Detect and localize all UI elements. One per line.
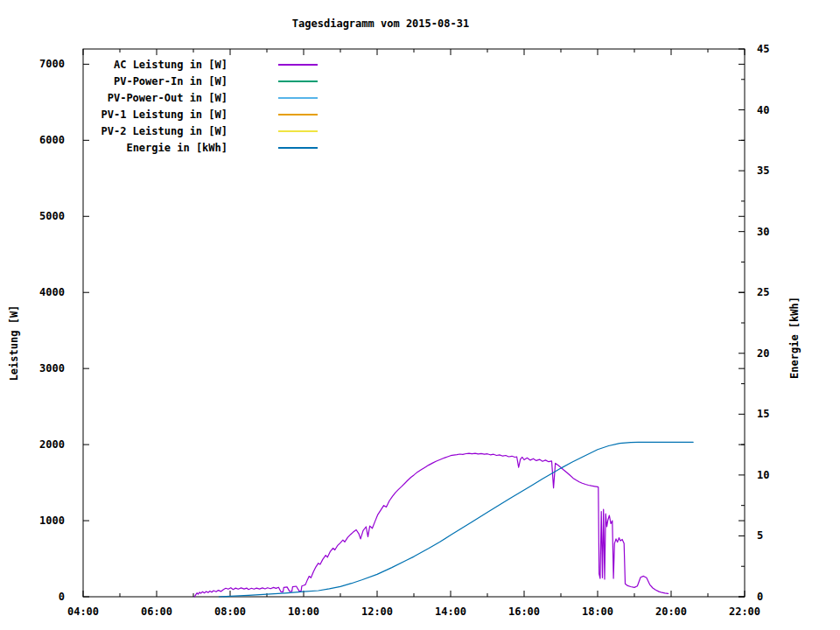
legend-label: AC Leistung in [W] xyxy=(114,59,228,71)
x-tick-label: 18:00 xyxy=(582,606,613,618)
plot-canvas: 04:0006:0008:0010:0012:0014:0016:0018:00… xyxy=(0,0,840,630)
y-tick-label: 3000 xyxy=(39,362,65,374)
y2-tick-label: 20 xyxy=(757,347,769,360)
x-tick-label: 10:00 xyxy=(288,606,319,618)
y-tick-label: 5000 xyxy=(39,210,65,222)
y-tick-label: 4000 xyxy=(39,286,65,298)
x-tick-label: 16:00 xyxy=(508,606,540,618)
x-tick-label: 08:00 xyxy=(214,606,246,618)
y2-tick-label: 40 xyxy=(757,104,769,116)
series-energie xyxy=(219,442,693,597)
chart-page: Tagesdiagramm vom 2015-08-31 Leistung [W… xyxy=(0,0,840,630)
y2-tick-label: 35 xyxy=(757,164,769,177)
y-tick-label: 0 xyxy=(59,591,65,603)
legend-label: PV-Power-In in [W] xyxy=(114,75,228,88)
legend-label: Energie in [kWh] xyxy=(126,142,228,154)
x-tick-label: 12:00 xyxy=(361,606,393,618)
x-tick-label: 06:00 xyxy=(141,606,172,618)
y2-tick-label: 45 xyxy=(757,43,769,55)
legend-label: PV-1 Leistung in [W] xyxy=(102,108,228,121)
y-tick-label: 1000 xyxy=(39,514,65,527)
series-ac-leistung xyxy=(194,453,668,597)
y-tick-label: 7000 xyxy=(39,58,65,70)
y-tick-label: 6000 xyxy=(39,134,65,146)
legend-label: PV-2 Leistung in [W] xyxy=(102,125,228,137)
x-tick-label: 14:00 xyxy=(435,606,466,618)
y2-tick-label: 15 xyxy=(757,408,769,420)
x-tick-label: 20:00 xyxy=(655,606,687,618)
y2-tick-label: 0 xyxy=(757,591,763,603)
x-tick-label: 04:00 xyxy=(67,606,99,618)
x-tick-label: 22:00 xyxy=(729,606,760,618)
y2-tick-label: 25 xyxy=(757,286,769,298)
y2-tick-label: 5 xyxy=(757,529,763,542)
y-tick-label: 2000 xyxy=(39,438,65,451)
legend-label: PV-Power-Out in [W] xyxy=(108,92,228,104)
y2-tick-label: 10 xyxy=(757,469,769,481)
y2-tick-label: 30 xyxy=(757,226,769,238)
